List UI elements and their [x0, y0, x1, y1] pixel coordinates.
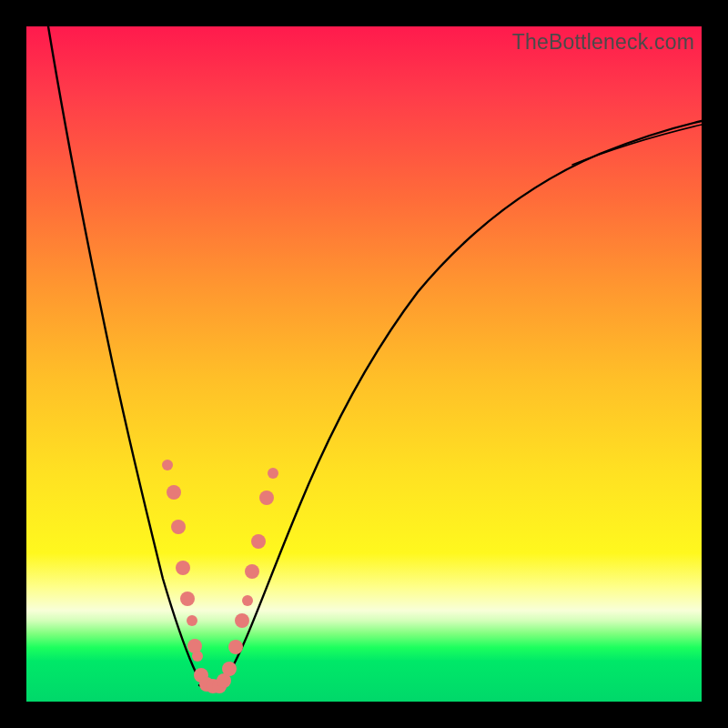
bead — [167, 485, 181, 500]
bead — [268, 468, 278, 479]
bead — [176, 561, 190, 575]
bead — [162, 460, 173, 470]
bead — [235, 613, 249, 628]
curve-right-branch — [218, 121, 702, 688]
bead — [192, 651, 203, 662]
bead — [242, 595, 253, 606]
chart-svg — [26, 26, 702, 702]
bead-group — [162, 460, 278, 693]
bead — [259, 490, 274, 505]
bead — [245, 564, 259, 579]
plot-area: TheBottleneck.com — [26, 26, 702, 702]
bead — [187, 615, 197, 626]
bead — [228, 640, 243, 654]
curve-left-branch — [48, 26, 208, 688]
curve-right-branch-tail — [572, 125, 702, 165]
bead — [251, 534, 266, 549]
bead — [171, 520, 186, 534]
bead — [222, 662, 237, 676]
outer-frame: TheBottleneck.com — [0, 0, 728, 728]
bead — [180, 592, 195, 606]
